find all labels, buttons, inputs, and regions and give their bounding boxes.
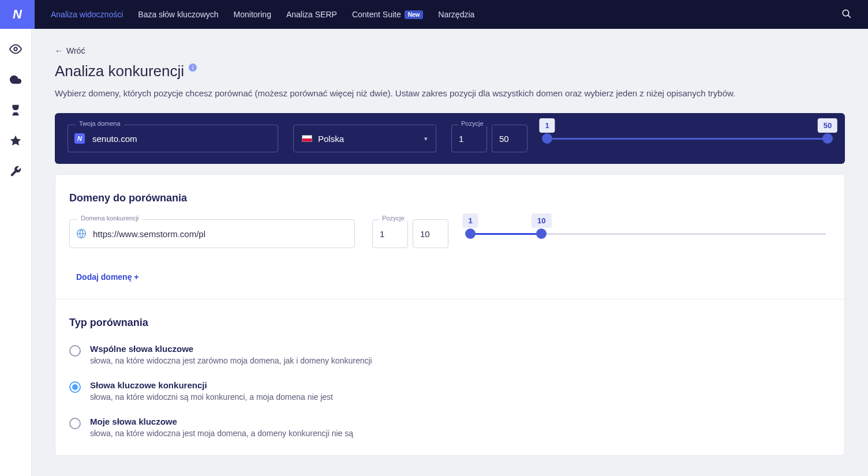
search-icon[interactable] <box>837 4 856 25</box>
nav-label: Baza słów kluczowych <box>138 10 218 19</box>
nav-label: Analiza widoczności <box>51 10 123 19</box>
nav-serp-analysis[interactable]: Analiza SERP <box>282 6 342 23</box>
slider-bubble-max: 50 <box>818 118 837 133</box>
svg-line-1 <box>848 15 851 18</box>
position-slider[interactable]: 1 10 <box>466 225 830 243</box>
position-to-input[interactable] <box>413 219 448 248</box>
flag-icon <box>302 135 312 142</box>
top-nav: N Analiza widoczności Baza słów kluczowy… <box>0 0 868 29</box>
nav-label: Narzędzia <box>438 10 474 19</box>
input-label: Pozycje <box>458 120 487 127</box>
top-nav-items: Analiza widoczności Baza słów kluczowych… <box>46 6 837 23</box>
nav-keyword-database[interactable]: Baza słów kluczowych <box>133 6 223 23</box>
slider-thumb-min[interactable] <box>542 133 552 144</box>
logo[interactable]: N <box>0 0 35 29</box>
your-domain-input[interactable] <box>68 125 278 152</box>
input-label: Domena konkurencji <box>77 215 142 222</box>
cloud-icon[interactable] <box>9 73 22 88</box>
position-slider[interactable]: 1 50 <box>542 130 832 148</box>
slider-bubble-min: 1 <box>462 213 478 228</box>
nav-monitoring[interactable]: Monitoring <box>229 6 276 23</box>
compare-card: Domeny do porównania Domena konkurencji … <box>55 174 845 456</box>
competitor-input-wrap: Domena konkurencji <box>69 219 355 248</box>
domain-brand-icon: N <box>74 133 85 144</box>
star-icon[interactable] <box>9 134 22 149</box>
svg-marker-3 <box>10 136 21 145</box>
arrow-left-icon: ← <box>55 46 63 55</box>
radio-option-common[interactable]: Wspólne słowa kluczowe słowa, na które w… <box>69 344 830 365</box>
radio-title: Słowa kluczowe konkurencji <box>90 380 333 390</box>
main-content: ← Wróć Analiza konkurencji i Wybierz dom… <box>32 29 868 476</box>
wrench-icon[interactable] <box>9 165 22 179</box>
side-nav <box>0 29 32 476</box>
section-title: Typ porównania <box>69 317 830 329</box>
page-title: Analiza konkurencji i <box>55 62 845 80</box>
slider-thumb-max[interactable] <box>536 228 547 239</box>
slider-thumb-max[interactable] <box>822 133 833 144</box>
add-domain-label: Dodaj domenę + <box>76 272 139 282</box>
your-domain-input-wrap: Twoja domena N <box>68 125 278 152</box>
nav-content-suite[interactable]: Content Suite New <box>347 6 428 23</box>
svg-point-2 <box>14 47 17 51</box>
nav-label: Content Suite <box>352 10 401 19</box>
radio-option-competitor[interactable]: Słowa kluczowe konkurencji słowa, na któ… <box>69 380 830 402</box>
radio-button[interactable] <box>69 381 81 393</box>
nav-visibility-analysis[interactable]: Analiza widoczności <box>46 6 128 23</box>
radio-title: Wspólne słowa kluczowe <box>90 344 372 354</box>
country-select[interactable]: Polska ▾ <box>293 125 436 152</box>
competitor-domain-input[interactable] <box>69 219 355 248</box>
slider-bubble-max: 10 <box>532 213 551 228</box>
radio-option-my[interactable]: Moje słowa kluczowe słowa, na które wido… <box>69 417 830 438</box>
new-badge: New <box>405 10 424 19</box>
eye-icon[interactable] <box>9 43 22 57</box>
radio-description: słowa, na które widoczna jest moja domen… <box>90 429 353 438</box>
page-subtitle: Wybierz domeny, których pozycje chcesz p… <box>55 88 845 98</box>
globe-icon <box>76 228 87 239</box>
position-from-input[interactable] <box>451 125 487 152</box>
input-label: Twoja domena <box>76 120 124 127</box>
back-button[interactable]: ← Wróć <box>55 46 85 55</box>
position-to-input[interactable] <box>492 125 527 152</box>
radio-button[interactable] <box>69 345 81 357</box>
your-domain-panel: Twoja domena N Polska ▾ Pozycje 1 50 <box>55 113 845 164</box>
input-label: Pozycje <box>379 215 407 222</box>
nav-label: Analiza SERP <box>286 10 337 19</box>
info-icon[interactable]: i <box>189 63 197 72</box>
slider-bubble-min: 1 <box>539 118 555 133</box>
slider-thumb-min[interactable] <box>465 228 476 239</box>
radio-button[interactable] <box>69 418 81 429</box>
position-inputs: Pozycje <box>372 219 448 248</box>
add-domain-button[interactable]: Dodaj domenę + <box>76 272 139 282</box>
nav-tools[interactable]: Narzędzia <box>433 6 479 23</box>
radio-title: Moje słowa kluczowe <box>90 417 353 426</box>
svg-point-0 <box>843 10 849 16</box>
section-title: Domeny do porównania <box>69 192 830 204</box>
divider <box>55 299 844 299</box>
nav-label: Monitoring <box>234 10 271 19</box>
back-label: Wróć <box>66 46 85 55</box>
radio-description: słowa, na które widoczni są moi konkuren… <box>90 392 333 402</box>
position-inputs: Pozycje <box>451 125 527 152</box>
chevron-down-icon: ▾ <box>424 135 428 143</box>
trophy-icon[interactable] <box>9 104 22 118</box>
radio-description: słowa, na które widoczna jest zarówno mo… <box>90 356 372 365</box>
position-from-input[interactable] <box>372 219 408 248</box>
competitor-row: Domena konkurencji Pozycje 1 <box>69 219 830 248</box>
country-label: Polska <box>318 134 344 144</box>
